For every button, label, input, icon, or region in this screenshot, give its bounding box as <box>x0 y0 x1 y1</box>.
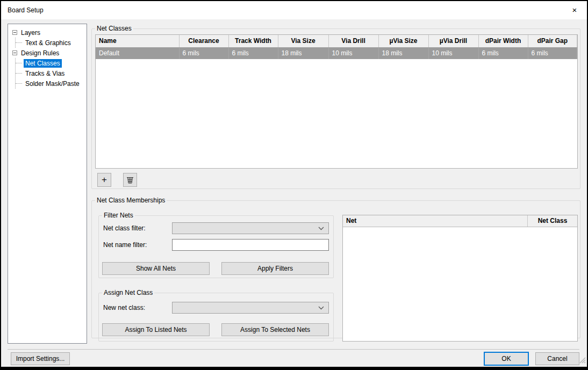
cell-via-size[interactable]: 18 mils <box>278 47 328 59</box>
memberships-group-label: Net Class Memberships <box>95 197 167 204</box>
cell-track-width[interactable]: 6 mils <box>228 47 278 59</box>
tree-item-label[interactable]: Layers <box>19 28 42 37</box>
assign-net-class-group-label: Assign Net Class <box>102 289 154 296</box>
resize-grip-icon[interactable] <box>579 356 586 366</box>
tree-item-tracks-vias[interactable]: Tracks & Vias <box>16 68 85 78</box>
import-settings-button[interactable]: Import Settings... <box>11 352 70 365</box>
cell-clearance[interactable]: 6 mils <box>179 47 228 59</box>
net-class-filter-dropdown[interactable] <box>172 222 329 234</box>
cell-uvia-drill[interactable]: 10 mils <box>428 47 478 59</box>
collapse-icon[interactable] <box>12 50 17 55</box>
tree-item-design-rules[interactable]: Design Rules <box>11 48 85 58</box>
cell-dpair-gap[interactable]: 6 mils <box>528 47 577 59</box>
net-class-filter-label: Net class filter: <box>103 224 146 232</box>
board-setup-dialog: Board Setup × Layers Text & Graphics Des… <box>0 0 588 370</box>
chevron-down-icon <box>318 227 324 230</box>
add-net-class-button[interactable]: + <box>97 173 111 187</box>
tree-item-solder-mask[interactable]: Solder Mask/Paste <box>16 78 85 89</box>
tree-connector <box>16 42 22 43</box>
col-header-via-size[interactable]: Via Size <box>278 35 328 47</box>
assign-listed-nets-button[interactable]: Assign To Listed Nets <box>102 323 210 336</box>
tree-item-layers[interactable]: Layers <box>11 27 85 38</box>
assign-selected-nets-button[interactable]: Assign To Selected Nets <box>221 323 329 336</box>
cell-via-drill[interactable]: 10 mils <box>328 47 378 59</box>
net-classes-group-label: Net Classes <box>95 25 133 32</box>
net-classes-grid: Name Clearance Track Width Via Size Via … <box>95 34 578 169</box>
assign-net-class-group: Assign Net Class New net class: Assign T… <box>98 289 334 342</box>
memberships-group: Net Class Memberships Filter Nets Net cl… <box>91 197 580 338</box>
net-table-header: Net Net Class <box>343 215 577 227</box>
col-header-dpair-width[interactable]: dPair Width <box>478 35 528 47</box>
cell-dpair-width[interactable]: 6 mils <box>478 47 528 59</box>
footer-separator <box>8 349 579 350</box>
col-header-uvia-size[interactable]: µVia Size <box>378 35 428 47</box>
dialog-content: Layers Text & Graphics Design Rules Net … <box>1 19 587 367</box>
tree-item-label[interactable]: Solder Mask/Paste <box>24 79 81 88</box>
trash-icon <box>126 176 134 184</box>
col-header-track-width[interactable]: Track Width <box>228 35 278 47</box>
cancel-button[interactable]: Cancel <box>535 352 579 365</box>
tree-connector <box>16 83 22 84</box>
net-name-filter-input[interactable] <box>172 239 329 251</box>
window-title: Board Setup <box>1 6 44 14</box>
tree-item-label[interactable]: Text & Graphics <box>24 39 73 47</box>
cell-uvia-size[interactable]: 18 mils <box>378 47 428 59</box>
new-net-class-dropdown[interactable] <box>172 302 329 314</box>
net-memberships-table: Net Net Class <box>342 215 578 342</box>
tree-item-text-graphics[interactable]: Text & Graphics <box>16 38 85 48</box>
setup-tree: Layers Text & Graphics Design Rules Net … <box>8 24 87 344</box>
col-header-net[interactable]: Net <box>343 215 528 227</box>
titlebar[interactable]: Board Setup × <box>1 1 587 19</box>
col-header-net-class[interactable]: Net Class <box>528 215 577 227</box>
tree-item-label[interactable]: Tracks & Vias <box>24 69 66 78</box>
plus-icon: + <box>102 175 107 185</box>
grid-header-row: Name Clearance Track Width Via Size Via … <box>96 35 577 47</box>
ok-button[interactable]: OK <box>484 352 529 366</box>
tree-connector <box>16 63 22 63</box>
net-classes-group: Net Classes Name Clearance Track Width V… <box>91 25 580 189</box>
filter-nets-group-label: Filter Nets <box>102 212 135 219</box>
tree-item-label-selected[interactable]: Net Classes <box>24 59 62 68</box>
net-name-filter-label: Net name filter: <box>103 241 147 249</box>
tree-item-net-classes[interactable]: Net Classes <box>16 58 85 68</box>
collapse-icon[interactable] <box>12 30 17 35</box>
tree-item-label[interactable]: Design Rules <box>19 49 61 57</box>
cell-name[interactable]: Default <box>96 47 179 59</box>
col-header-via-drill[interactable]: Via Drill <box>328 35 378 47</box>
col-header-dpair-gap[interactable]: dPair Gap <box>528 35 577 47</box>
net-class-row-default: Default 6 mils 6 mils 18 mils 10 mils 18… <box>96 47 577 59</box>
col-header-uvia-drill[interactable]: µVia Drill <box>428 35 478 47</box>
tree-connector <box>16 73 22 74</box>
filter-nets-group: Filter Nets Net class filter: Net name f… <box>98 212 334 278</box>
close-icon[interactable]: × <box>562 1 587 18</box>
col-header-name[interactable]: Name <box>96 35 179 47</box>
col-header-clearance[interactable]: Clearance <box>179 35 228 47</box>
chevron-down-icon <box>318 306 324 310</box>
new-net-class-label: New net class: <box>103 304 145 311</box>
delete-net-class-button[interactable] <box>123 173 137 187</box>
apply-filters-button[interactable]: Apply Filters <box>221 262 329 275</box>
show-all-nets-button[interactable]: Show All Nets <box>102 262 210 275</box>
